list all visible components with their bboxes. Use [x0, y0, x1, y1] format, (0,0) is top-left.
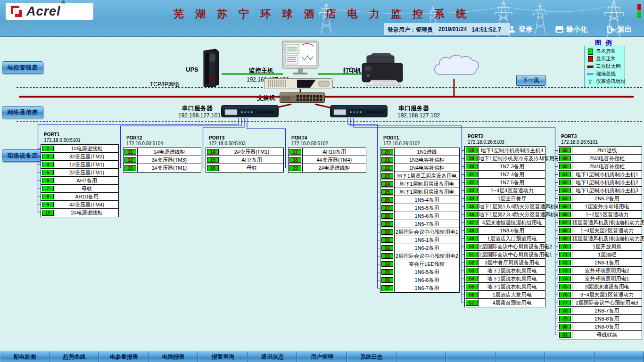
device-row[interactable]: 54地下1层洗衣机房用电 [465, 275, 545, 283]
device-row[interactable]: 38地下1层制冷机房制冷主机4 [465, 147, 545, 155]
device-row[interactable]: 111#电源进线柜 [124, 148, 201, 156]
device-row[interactable]: 371N6-7备用 [380, 284, 459, 292]
device-row[interactable]: 34宴会厅LED预留 [380, 260, 459, 268]
device-address-badge: 61 [558, 171, 572, 178]
device-row[interactable]: 351N6-5备用 [380, 268, 459, 276]
device-row[interactable]: 763~4层夹层1区普通动力 [558, 291, 642, 299]
device-row[interactable]: 131#变压器(TM1) [124, 164, 201, 172]
device-row[interactable]: 81母线联络 [558, 331, 642, 339]
device-row[interactable]: 192#电源进线柜 [289, 164, 366, 172]
device-row[interactable]: 261N5-4备用 [380, 196, 459, 204]
device-row[interactable]: 94#变压器(TM4) [41, 201, 118, 209]
device-row[interactable]: 711层酒吧 [558, 251, 642, 259]
device-row[interactable]: 642N6-2备用 [558, 195, 642, 203]
device-row[interactable]: 16母联 [206, 164, 283, 172]
port-header: PORT1172.18.0.50:5101 [41, 132, 119, 144]
device-row[interactable]: 41#变压器(TM1) [41, 161, 118, 169]
device-label: 1#变压器(TM1) [138, 164, 201, 172]
device-row[interactable]: 62地下1层制冷机房制冷主机2 [558, 179, 642, 187]
port-name: PORT2 [468, 133, 545, 140]
device-row[interactable]: 491层酒店入口预留用电 [465, 235, 545, 243]
device-address-badge: 31 [380, 236, 395, 244]
device-row[interactable]: 782N8-7备用 [558, 307, 642, 315]
device-row[interactable]: 502层国际会议中心厨房设备用电2 [465, 243, 545, 251]
device-row[interactable]: 772层国际会议中心预留用电3 [558, 299, 642, 307]
host-chassis-image [264, 78, 333, 91]
device-row[interactable]: 681~4层夹层2区普通动力 [558, 227, 642, 235]
device-row[interactable]: 53地下1层洗衣机房用电 [465, 267, 545, 275]
device-row[interactable]: 401N7-3备用 [465, 163, 545, 171]
device-row[interactable]: 61地下1层制冷机房制冷主机1 [558, 171, 642, 179]
device-row[interactable]: 33#变压器(TM3) [41, 153, 118, 161]
device-label: 1N5-4备用 [395, 196, 459, 204]
device-row[interactable]: 45地下1层第1,5,6防火分区普通风机动力 [465, 203, 545, 211]
port-address: 172.18.0.26:5103 [468, 140, 545, 145]
device-row[interactable]: 802N8-9备用 [558, 323, 642, 331]
device-row[interactable]: 512层国际会议中心厨房设备用电1 [465, 251, 545, 259]
device-row[interactable]: 46地下1层第2,3,4防火分区普通风机动力 [465, 211, 545, 219]
device-row[interactable]: 582N1进线 [558, 147, 642, 155]
device-row[interactable]: 321N6-2备用 [380, 244, 459, 252]
device-row[interactable]: 8AH10备用 [41, 193, 118, 201]
device-row[interactable]: 574层露台预留用电 [465, 299, 545, 307]
device-address-badge: 77 [558, 299, 572, 306]
device-row[interactable]: 602N4电容补偿柜 [558, 163, 642, 171]
device-row[interactable]: 123#变压器(TM3) [124, 156, 201, 164]
device-row[interactable]: 523层中餐厅厨房设备用电 [465, 259, 545, 267]
device-row[interactable]: 69顶层普通风机及排油烟机动力用电2 [558, 235, 642, 243]
device-row[interactable]: 332层国际会议中心预留用电2 [380, 252, 459, 260]
device-row[interactable]: 184#变压器(TM4) [289, 156, 366, 164]
device-row[interactable]: 24地下1层粗厨房设备用电 [380, 180, 459, 188]
device-row[interactable]: 15AH7备用 [206, 156, 283, 164]
device-row[interactable]: 25地下1层粗厨房设备用电 [380, 188, 459, 196]
device-row[interactable]: 17AH10备用 [289, 148, 366, 156]
device-row[interactable]: 201N1进线 [380, 148, 459, 156]
device-row[interactable]: 39地下1层制冷机房冷冻及冷却泵用电 [465, 155, 545, 163]
printer-image [360, 52, 405, 89]
device-label: 母联 [220, 164, 283, 172]
device-row[interactable]: 474层泳池恒温恒湿机组用电 [465, 219, 545, 227]
device-row[interactable]: 441层全日餐厅 [465, 195, 545, 203]
device-address-badge: 44 [465, 195, 479, 202]
device-address-badge: 70 [558, 243, 572, 250]
device-row[interactable]: 73室外环境照明用电2 [558, 267, 642, 275]
device-row[interactable]: 142#变压器(TM1) [206, 148, 283, 156]
device-row[interactable]: 55地下1层洗衣机房用电 [465, 283, 545, 291]
device-row[interactable]: 361N6-6备用 [380, 276, 459, 284]
device-row[interactable]: 271N5-5备用 [380, 204, 459, 212]
device-row[interactable]: 561层酒店大堂用电 [465, 291, 545, 299]
device-row[interactable]: 722N8-1备用 [558, 259, 642, 267]
device-row[interactable]: 421N7-5备用 [465, 179, 545, 187]
device-label: 2N4电容补偿柜 [572, 163, 642, 170]
device-row[interactable]: 302层国际会议中心预留用电1 [380, 228, 459, 236]
device-row[interactable]: 753层游泳池设备用电 [558, 283, 642, 291]
device-row[interactable]: 6AH7备用 [41, 177, 118, 185]
device-row[interactable]: 23地下1层员工厨房设备用电 [380, 172, 459, 180]
device-row[interactable]: 481N8-6备用 [465, 227, 545, 235]
device-row[interactable]: 21#电源进线柜 [41, 145, 118, 153]
device-row[interactable]: 52#变压器(TM1) [41, 169, 118, 177]
device-row[interactable]: 211N3电容补偿柜 [380, 156, 459, 164]
device-row[interactable]: 792N8-8备用 [558, 315, 642, 323]
device-row[interactable]: 281N5-6备用 [380, 212, 459, 220]
device-row[interactable]: 651层室外冷却塔用电 [558, 203, 642, 211]
device-row[interactable]: 411N7-4备用 [465, 171, 545, 179]
device-row[interactable]: 67顶层普通风机及排油烟机动力用电1 [558, 219, 642, 227]
device-row[interactable]: 592N3电容补偿柜 [558, 155, 642, 163]
device-row[interactable]: 221N4电容补偿柜 [380, 164, 459, 172]
device-label: 1N3电容补偿柜 [395, 156, 459, 164]
device-label: 2N8-9备用 [572, 323, 642, 330]
device-row[interactable]: 7母联 [41, 185, 118, 193]
device-row[interactable]: 102#电源进线柜 [41, 209, 118, 217]
device-label: 母线联络 [572, 331, 642, 339]
device-address-badge: 35 [380, 268, 395, 276]
device-label: 1N6-6备用 [395, 276, 459, 284]
device-row[interactable]: 431~4层4区普通动力 [465, 187, 545, 195]
device-row[interactable]: 74室外环境照明用电1 [558, 275, 642, 283]
device-row[interactable]: 291N5-7备用 [380, 220, 459, 228]
device-row[interactable]: 661~2层1区普通动力 [558, 211, 642, 219]
device-row[interactable]: 311N6-1备用 [380, 236, 459, 244]
device-row[interactable]: 63地下1层制冷机房制冷主机3 [558, 187, 642, 195]
device-address-badge: 67 [558, 219, 572, 226]
device-row[interactable]: 701层开放厨房 [558, 243, 642, 251]
